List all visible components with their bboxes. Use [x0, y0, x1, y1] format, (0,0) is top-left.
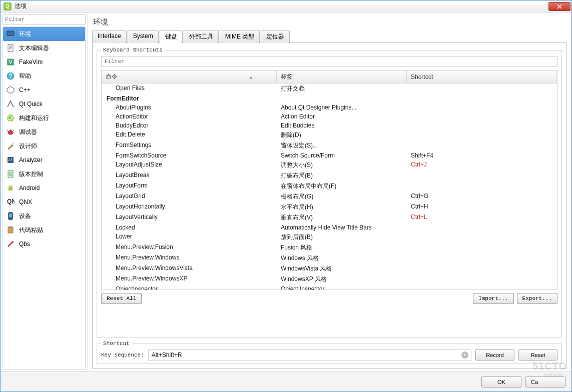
- tab-interface[interactable]: Interface: [92, 30, 127, 43]
- table-row[interactable]: BuddyEditorEdit Buddies: [102, 121, 557, 130]
- sidebar-item-vcs[interactable]: 版本控制: [3, 167, 85, 181]
- export-button[interactable]: Export...: [517, 293, 557, 304]
- sidebar: 环境文本编辑器VFakeVim?帮助C++Qt QuickQt构建和运行调试器设…: [1, 12, 88, 372]
- table-row[interactable]: FormSwitchSourceSwitch Source/FormShift+…: [102, 151, 557, 160]
- table-row[interactable]: AboutPluginsAbout Qt Designer Plugins...: [102, 103, 557, 112]
- qtquick-icon: [6, 100, 15, 108]
- cell-command: FormEditor: [102, 94, 277, 102]
- cancel-button[interactable]: Ca: [525, 376, 565, 388]
- svg-text:?: ?: [9, 72, 13, 80]
- cell-label: Automatically Hide View Title Bars: [277, 224, 407, 232]
- table-row[interactable]: LayoutForm在窗体布局中布局(F): [102, 181, 557, 192]
- table-row[interactable]: LayoutGrid栅格布局(G)Ctrl+G: [102, 192, 557, 202]
- table-row[interactable]: Menu.Preview.FusionFusion 风格: [102, 242, 557, 253]
- cell-label: About Qt Designer Plugins...: [277, 104, 407, 112]
- shortcuts-filter[interactable]: [101, 56, 557, 67]
- table-buttons: Reset All Import... Export...: [101, 290, 557, 304]
- sidebar-item-qtquick[interactable]: Qt Quick: [3, 97, 85, 111]
- svg-rect-14: [9, 186, 13, 190]
- tab-mime-类型[interactable]: MIME 类型: [220, 30, 260, 43]
- cell-shortcut: [407, 243, 557, 252]
- cell-label: 删除(D): [277, 130, 407, 140]
- clear-icon[interactable]: ✕: [461, 352, 468, 358]
- ok-button[interactable]: OK: [481, 376, 521, 388]
- cell-label: 水平布局(H): [277, 202, 407, 212]
- col-command[interactable]: 命令▴: [102, 70, 277, 83]
- cell-command: ActionEditor: [102, 112, 277, 120]
- sidebar-item-monitor[interactable]: 环境: [3, 27, 85, 41]
- sidebar-item-label: FakeVim: [19, 58, 43, 66]
- cell-command: Menu.Preview.Windows: [102, 254, 277, 263]
- sidebar-item-debug[interactable]: 调试器: [3, 125, 85, 139]
- cell-command: BuddyEditor: [102, 122, 277, 130]
- table-row[interactable]: Menu.Preview.WindowsVistaWindowsVista 风格: [102, 264, 557, 274]
- sidebar-item-build[interactable]: Qt构建和运行: [3, 111, 85, 125]
- sidebar-item-label: 调试器: [19, 128, 37, 136]
- table-row[interactable]: LockedAutomatically Hide View Title Bars: [102, 223, 557, 232]
- tab-定位器[interactable]: 定位器: [261, 30, 290, 43]
- cell-label: Switch Source/Form: [277, 152, 407, 160]
- sidebar-item-qbs[interactable]: Qbs: [3, 237, 85, 251]
- table-row[interactable]: FormSettings窗体设定(S)...: [102, 140, 557, 151]
- table-row[interactable]: Open Files打开文档: [102, 84, 557, 94]
- tab-键盘[interactable]: 键盘: [160, 30, 183, 43]
- reset-all-button[interactable]: Reset All: [101, 293, 142, 304]
- sidebar-item-analyzer[interactable]: Analyzer: [3, 153, 85, 167]
- key-sequence-label: Key sequence:: [101, 352, 144, 358]
- cell-shortcut: [407, 264, 557, 274]
- sidebar-item-label: 环境: [19, 30, 31, 38]
- cell-command: FormSwitchSource: [102, 152, 277, 160]
- cell-command: Edit.Delete: [102, 130, 277, 140]
- sidebar-item-designer[interactable]: 设计师: [3, 139, 85, 153]
- cell-label: Windows 风格: [277, 254, 407, 263]
- cell-command: LayoutAdjustSize: [102, 160, 277, 170]
- sidebar-item-label: Qt Quick: [19, 100, 43, 108]
- sidebar-filter[interactable]: [3, 14, 86, 24]
- cell-shortcut: [407, 84, 557, 94]
- svg-text:V: V: [9, 58, 13, 66]
- table-body[interactable]: Open Files打开文档FormEditorAboutPluginsAbou…: [102, 84, 557, 290]
- cell-command: Locked: [102, 224, 277, 232]
- sidebar-item-text-doc[interactable]: 文本编辑器: [3, 41, 85, 55]
- sidebar-item-label: Analyzer: [19, 156, 43, 164]
- cell-command: ObjectInspector: [102, 285, 277, 290]
- reset-button[interactable]: Reset: [518, 350, 557, 360]
- sidebar-item-label: 帮助: [19, 72, 31, 80]
- record-button[interactable]: Record: [475, 350, 514, 360]
- sidebar-item-help[interactable]: ?帮助: [3, 69, 85, 83]
- col-label[interactable]: 标签: [277, 70, 407, 83]
- close-button[interactable]: [548, 2, 570, 11]
- cell-shortcut: [407, 224, 557, 232]
- table-row[interactable]: Lower放到后面(B): [102, 232, 557, 242]
- table-row[interactable]: LayoutAdjustSize调整大小(S)Ctrl+J: [102, 160, 557, 170]
- cell-command: Menu.Preview.WindowsVista: [102, 264, 277, 274]
- sidebar-list: 环境文本编辑器VFakeVim?帮助C++Qt QuickQt构建和运行调试器设…: [3, 26, 86, 370]
- table-group[interactable]: FormEditor: [102, 94, 557, 103]
- table-row[interactable]: Menu.Preview.WindowsWindows 风格: [102, 253, 557, 264]
- table-row[interactable]: ActionEditorAction Editor: [102, 112, 557, 121]
- table-row[interactable]: Edit.Delete删除(D): [102, 130, 557, 140]
- svg-rect-0: [7, 31, 14, 36]
- sidebar-item-paste[interactable]: 代码粘贴: [3, 223, 85, 237]
- sidebar-item-cpp[interactable]: C++: [3, 83, 85, 97]
- tab-panel-keyboard: Keyboard Shortcuts 命令▴ 标签 Shortcut Open …: [92, 43, 566, 368]
- tab-system[interactable]: System: [128, 30, 159, 43]
- sidebar-item-device[interactable]: 设备: [3, 209, 85, 223]
- key-sequence-input[interactable]: [148, 350, 471, 360]
- tab-外部工具[interactable]: 外部工具: [184, 30, 219, 43]
- table-row[interactable]: LayoutVertically垂直布局(V)Ctrl+L: [102, 212, 557, 223]
- sidebar-item-fakevim[interactable]: VFakeVim: [3, 55, 85, 69]
- table-row[interactable]: LayoutBreak打破布局(B): [102, 170, 557, 181]
- cell-label: 栅格布局(G): [277, 192, 407, 202]
- table-row[interactable]: ObjectInspectorObject Inspector: [102, 284, 557, 290]
- table-row[interactable]: Menu.Preview.WindowsXPWindowsXP 风格: [102, 274, 557, 284]
- table-row[interactable]: LayoutHorizontally水平布局(H)Ctrl+H: [102, 202, 557, 212]
- sidebar-item-qnx[interactable]: QNXQNX: [3, 195, 85, 209]
- android-icon: [6, 184, 15, 192]
- cell-command: Open Files: [102, 84, 277, 94]
- import-button[interactable]: Import...: [473, 293, 513, 304]
- cell-command: LayoutGrid: [102, 192, 277, 202]
- sidebar-item-android[interactable]: Android: [3, 181, 85, 195]
- col-shortcut[interactable]: Shortcut: [407, 70, 557, 83]
- content: 环境文本编辑器VFakeVim?帮助C++Qt QuickQt构建和运行调试器设…: [1, 12, 571, 372]
